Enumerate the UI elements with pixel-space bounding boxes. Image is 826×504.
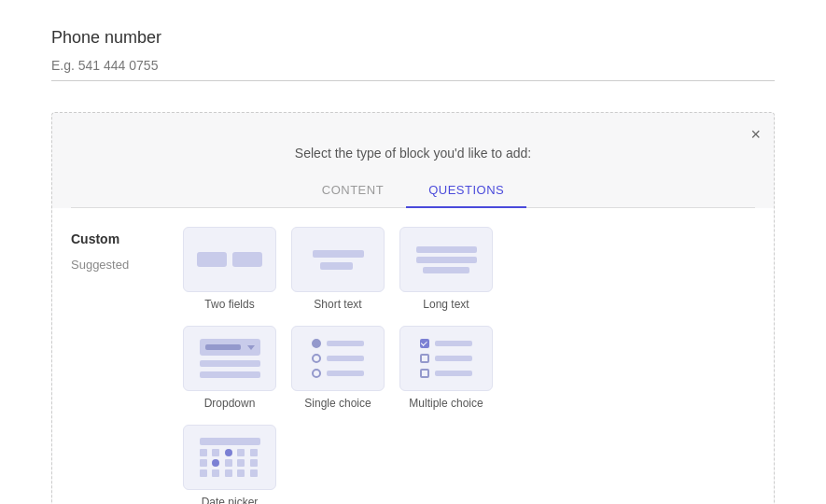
block-date-picker[interactable]: Date picker — [183, 425, 276, 504]
tab-content[interactable]: CONTENT — [300, 174, 406, 208]
phone-number-label: Phone number — [51, 28, 775, 48]
suggested-label: Suggested — [71, 258, 183, 272]
block-multiple-choice[interactable]: Multiple choice — [399, 326, 493, 410]
block-long-text[interactable]: Long text — [399, 227, 493, 311]
two-fields-label: Two fields — [204, 298, 254, 311]
dropdown-label: Dropdown — [204, 397, 256, 410]
date-picker-card — [183, 425, 276, 490]
two-fields-card — [183, 227, 276, 292]
close-button[interactable]: × — [750, 126, 761, 143]
multiple-choice-card — [399, 326, 493, 391]
multiple-choice-label: Multiple choice — [409, 397, 483, 410]
modal-header-text: Select the type of block you'd like to a… — [71, 132, 755, 161]
top-section: Phone number — [0, 0, 826, 100]
block-dropdown[interactable]: Dropdown — [183, 326, 276, 410]
dropdown-card — [183, 326, 276, 391]
single-choice-card — [291, 326, 385, 391]
long-text-label: Long text — [423, 298, 469, 311]
multiple-choice-icon — [413, 339, 480, 378]
short-text-label: Short text — [314, 298, 361, 311]
modal-body: Custom Suggested Two fields — [52, 208, 774, 504]
phone-number-input[interactable] — [51, 58, 775, 81]
single-choice-label: Single choice — [304, 397, 371, 410]
two-fields-icon — [197, 252, 262, 267]
block-single-choice[interactable]: Single choice — [291, 326, 385, 410]
dropdown-icon — [192, 339, 268, 378]
short-text-icon — [313, 250, 364, 270]
custom-label: Custom — [71, 231, 183, 246]
date-picker-icon — [192, 434, 268, 481]
modal-header: × Select the type of block you'd like to… — [52, 113, 774, 208]
page-wrapper: Phone number × Select the type of block … — [0, 0, 826, 504]
tab-questions[interactable]: QUESTIONS — [406, 174, 526, 208]
block-short-text[interactable]: Short text — [291, 227, 385, 311]
long-text-card — [399, 227, 493, 292]
date-picker-label: Date picker — [202, 496, 259, 504]
block-two-fields[interactable]: Two fields — [183, 227, 276, 311]
long-text-icon — [409, 246, 484, 273]
blocks-grid: Two fields Short text — [183, 227, 755, 504]
sidebar: Custom Suggested — [71, 227, 183, 504]
tabs-row: CONTENT QUESTIONS — [71, 174, 755, 208]
short-text-card — [291, 227, 385, 292]
single-choice-icon — [304, 339, 371, 378]
block-type-modal: × Select the type of block you'd like to… — [51, 112, 775, 504]
